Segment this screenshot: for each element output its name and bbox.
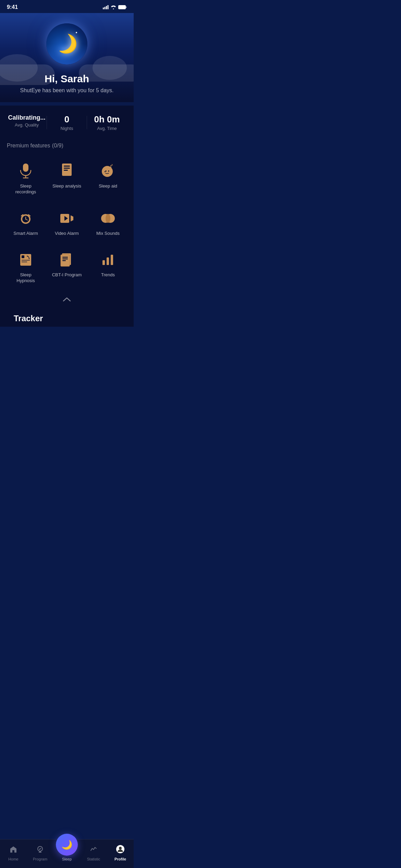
trends-icon: [99, 251, 117, 269]
smart-alarm-icon: [17, 209, 35, 227]
stat-quality: Calibrating... Avg. Quality: [7, 114, 47, 131]
svg-rect-6: [23, 164, 28, 172]
signal-icon: [103, 5, 109, 9]
sleep-hypnosis-label: Sleep Hypnosis: [10, 272, 41, 284]
svg-text:♪: ♪: [28, 255, 29, 259]
feature-sleep-hypnosis[interactable]: ♪ Sleep Hypnosis: [7, 245, 45, 289]
tracker-title: Tracker: [14, 314, 120, 323]
svg-rect-43: [107, 257, 109, 265]
wifi-icon: [111, 5, 116, 9]
sleep-recordings-label: Sleep recordings: [10, 183, 41, 195]
svg-rect-44: [111, 255, 113, 265]
sleep-aid-label: Sleep aid: [99, 183, 117, 189]
feature-trends[interactable]: Trends: [89, 245, 127, 289]
tracker-section: Tracker: [7, 309, 127, 327]
quality-label: Avg. Quality: [7, 122, 47, 128]
stat-avg-time: 0h 0m Avg. Time: [87, 114, 127, 131]
svg-rect-1: [105, 7, 106, 9]
sleep-analysis-icon: [58, 162, 76, 180]
svg-point-14: [106, 170, 107, 172]
svg-rect-5: [126, 7, 127, 8]
status-bar: 9:41: [0, 0, 134, 13]
svg-rect-40: [62, 258, 68, 260]
svg-rect-4: [119, 5, 126, 9]
cbt-program-label: CBT-I Program: [52, 272, 82, 278]
premium-section-title: Premium features (0/9): [7, 141, 127, 149]
sleep-aid-icon: z z: [99, 162, 117, 180]
moon-icon: 🌙: [46, 23, 87, 64]
svg-point-15: [108, 170, 109, 172]
mix-sounds-icon: [99, 209, 117, 227]
svg-rect-3: [108, 5, 109, 9]
battery-icon: [118, 5, 127, 9]
status-icons: [103, 5, 127, 9]
stats-row: Calibrating... Avg. Quality 0 Nights 0h …: [0, 106, 134, 134]
premium-count: (0/9): [52, 143, 63, 148]
svg-rect-0: [103, 8, 104, 9]
feature-mix-sounds[interactable]: Mix Sounds: [89, 203, 127, 241]
moon-container: 🌙: [0, 13, 134, 70]
greeting-section: Hi, Sarah ShutEye has been with you for …: [0, 70, 134, 95]
sleep-recordings-icon: [17, 162, 35, 180]
mix-sounds-label: Mix Sounds: [96, 231, 120, 237]
nights-label: Nights: [47, 126, 87, 131]
feature-video-alarm[interactable]: Video Alarm: [48, 203, 86, 241]
hero-section: 🌙 Hi, Sarah ShutEye has been with you fo…: [0, 13, 134, 102]
star-dot: [76, 32, 77, 33]
feature-sleep-aid[interactable]: z z Sleep aid: [89, 156, 127, 200]
subtitle-text: ShutEye has been with you for 5 days.: [7, 87, 127, 94]
main-content: Premium features (0/9) Sleep recordings: [0, 134, 134, 327]
expand-chevron[interactable]: [7, 292, 127, 309]
nights-value: 0: [47, 114, 87, 125]
svg-text:z: z: [111, 163, 113, 166]
cbt-program-icon: [58, 251, 76, 269]
svg-point-30: [106, 214, 110, 223]
video-alarm-icon: [58, 209, 76, 227]
trends-label: Trends: [101, 272, 115, 278]
svg-rect-11: [64, 168, 70, 169]
feature-sleep-recordings[interactable]: Sleep recordings: [7, 156, 45, 200]
smart-alarm-label: Smart Alarm: [13, 231, 38, 237]
time: 9:41: [7, 4, 18, 10]
feature-sleep-analysis[interactable]: Sleep analysis: [48, 156, 86, 200]
quality-value: Calibrating...: [7, 114, 47, 121]
sleep-hypnosis-icon: ♪: [17, 251, 35, 269]
svg-rect-32: [22, 255, 24, 258]
svg-rect-41: [62, 260, 66, 261]
svg-marker-26: [71, 215, 73, 221]
stat-nights: 0 Nights: [47, 114, 87, 131]
greeting-text: Hi, Sarah: [7, 73, 127, 85]
feature-cbt-program[interactable]: CBT-I Program: [48, 245, 86, 289]
features-grid: Sleep recordings Sleep analysis: [7, 156, 127, 288]
feature-smart-alarm[interactable]: Smart Alarm: [7, 203, 45, 241]
svg-rect-12: [64, 170, 68, 171]
avg-time-value: 0h 0m: [87, 114, 127, 125]
svg-point-24: [25, 218, 26, 219]
svg-rect-42: [102, 260, 105, 265]
svg-rect-39: [62, 257, 68, 258]
premium-title-text: Premium features: [7, 143, 50, 148]
svg-rect-10: [64, 166, 70, 167]
avg-time-label: Avg. Time: [87, 126, 127, 131]
sleep-analysis-label: Sleep analysis: [52, 183, 81, 189]
svg-rect-2: [106, 6, 107, 10]
video-alarm-label: Video Alarm: [55, 231, 79, 237]
